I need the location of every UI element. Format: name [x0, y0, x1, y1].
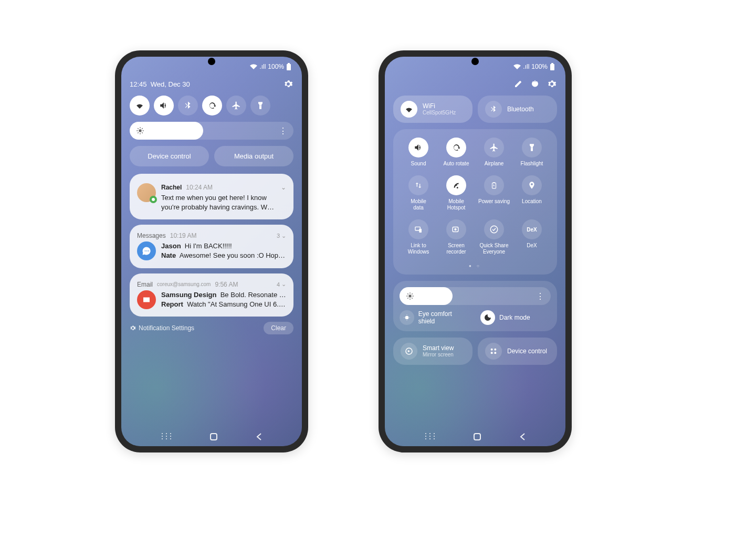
- signal-icon: .ıll: [523, 63, 529, 70]
- tile-label: Auto rotate: [444, 161, 469, 167]
- svg-rect-1: [288, 63, 290, 64]
- notification-time: 9:56 AM: [215, 281, 238, 288]
- brightness-icon: [136, 127, 144, 135]
- tile-label: Sound: [411, 161, 426, 167]
- notification-card[interactable]: Email coreux@samsung.com 9:56 AM 4 ⌄ Sam…: [130, 273, 293, 317]
- brightness-more-icon[interactable]: ⋮: [279, 126, 287, 136]
- media-output-button[interactable]: Media output: [214, 146, 293, 166]
- battery-percent: 100%: [268, 63, 284, 70]
- messages-badge-icon: [150, 196, 157, 203]
- svg-rect-6: [550, 64, 554, 70]
- sound-toggle[interactable]: [154, 96, 174, 115]
- qs-tile-auto-rotate[interactable]: Auto rotate: [439, 138, 473, 167]
- battery-icon: [550, 63, 555, 70]
- notification-count: 4 ⌄: [277, 281, 286, 288]
- wifi-icon: [513, 64, 521, 69]
- svg-point-15: [408, 294, 411, 297]
- svg-point-4: [152, 198, 155, 201]
- notification-app: Email: [137, 281, 153, 288]
- qs-tile-airplane[interactable]: Airplane: [477, 138, 511, 167]
- qs-tile-flashlight[interactable]: Flashlight: [515, 138, 549, 167]
- signal-icon: .ıll: [259, 63, 266, 70]
- svg-point-21: [494, 352, 496, 354]
- svg-point-2: [139, 129, 141, 132]
- qs-tile-link-to-windows[interactable]: Link toWindows: [402, 219, 435, 255]
- qs-tile-screen-recorder[interactable]: Screenrecorder: [439, 219, 473, 255]
- svg-point-14: [490, 226, 498, 233]
- phone-quick-settings-panel: .ıll 100% WiFiCellSpot5GHz: [379, 50, 572, 452]
- brightness-icon: [406, 292, 414, 300]
- tile-label: Link toWindows: [408, 243, 429, 255]
- qs-tile-sound[interactable]: Sound: [402, 138, 435, 167]
- email-icon: [137, 290, 156, 309]
- auto-rotate-toggle[interactable]: [202, 96, 222, 115]
- svg-rect-0: [287, 64, 291, 70]
- bluetooth-icon: [485, 101, 502, 118]
- device-control-icon: [485, 343, 502, 360]
- wifi-icon: [250, 64, 257, 69]
- notification-sender: Rachel: [161, 183, 182, 192]
- dark-mode-toggle[interactable]: Dark mode: [480, 310, 551, 325]
- smart-view-tile[interactable]: Smart viewMirror screen: [393, 338, 472, 365]
- notification-time: 10:19 AM: [170, 232, 197, 239]
- avatar: [137, 183, 156, 202]
- svg-rect-9: [493, 182, 495, 183]
- notification-settings-link[interactable]: Notification Settings: [130, 324, 194, 332]
- device-control-button[interactable]: Device control: [130, 146, 209, 166]
- tile-label: Mobiledata: [411, 198, 426, 211]
- messages-icon: [137, 241, 156, 260]
- display-panel: ⋮ Eye comfort shield Dark mode: [393, 281, 557, 331]
- power-icon[interactable]: [530, 79, 540, 89]
- tile-label: Flashlight: [521, 161, 543, 167]
- settings-icon[interactable]: [547, 79, 557, 89]
- svg-rect-11: [419, 229, 422, 233]
- device-control-tile[interactable]: Device control: [478, 338, 557, 365]
- clear-button[interactable]: Clear: [264, 322, 293, 334]
- svg-point-19: [494, 349, 496, 351]
- brightness-more-icon[interactable]: ⋮: [536, 291, 544, 301]
- qs-tile-dex[interactable]: DeXDeX: [515, 219, 549, 255]
- qs-tile-quick-share-everyone[interactable]: Quick ShareEveryone: [477, 219, 511, 255]
- edit-icon[interactable]: [513, 79, 523, 89]
- flashlight-toggle[interactable]: [250, 96, 270, 115]
- tile-icon: DeX: [522, 219, 542, 239]
- svg-point-20: [491, 352, 493, 354]
- svg-point-13: [454, 228, 457, 231]
- wifi-icon: [401, 101, 417, 118]
- airplane-toggle[interactable]: [226, 96, 246, 115]
- tile-icon: [522, 175, 542, 195]
- notification-card[interactable]: Rachel 10:24 AM ⌄ Text me when you get h…: [130, 174, 293, 219]
- expand-icon[interactable]: ⌄: [281, 183, 286, 192]
- qs-tile-mobile-data[interactable]: Mobiledata: [402, 175, 435, 211]
- qs-tile-mobile-hotspot[interactable]: MobileHotspot: [439, 175, 473, 211]
- qs-tile-location[interactable]: Location: [515, 175, 549, 211]
- brightness-slider[interactable]: ⋮: [400, 287, 551, 305]
- qs-tile-power-saving[interactable]: Power saving: [477, 175, 511, 211]
- tile-label: MobileHotspot: [447, 198, 465, 211]
- wifi-tile[interactable]: WiFiCellSpot5GHz: [393, 96, 472, 123]
- bluetooth-tile[interactable]: Bluetooth: [478, 96, 557, 123]
- camera-notch: [208, 58, 215, 65]
- tile-icon: [446, 138, 466, 157]
- notification-card[interactable]: Messages 10:19 AM 3 ⌄ Jason Hi I'm BACK!…: [130, 225, 293, 268]
- tile-icon: [408, 219, 428, 239]
- tile-label: DeX: [527, 243, 537, 249]
- battery-icon: [286, 63, 291, 70]
- eye-comfort-toggle[interactable]: Eye comfort shield: [400, 310, 470, 325]
- tile-label: Location: [522, 198, 542, 205]
- time-date: 12:45 Wed, Dec 30: [130, 80, 190, 88]
- notification-account: coreux@samsung.com: [157, 281, 211, 287]
- notification-app: Messages: [137, 232, 166, 239]
- tile-label: Airplane: [485, 161, 504, 167]
- smart-view-icon: [401, 343, 417, 360]
- status-bar: .ıll 100%: [250, 63, 291, 70]
- notification-message: Text me when you get here! I know you're…: [161, 193, 286, 212]
- settings-icon[interactable]: [283, 79, 293, 89]
- tile-icon: [408, 138, 428, 157]
- bluetooth-toggle[interactable]: [178, 96, 198, 115]
- brightness-slider[interactable]: ⋮: [130, 122, 293, 140]
- tile-label: Power saving: [478, 198, 510, 205]
- svg-point-16: [405, 316, 409, 320]
- wifi-toggle[interactable]: [130, 96, 150, 115]
- tile-icon: [484, 138, 504, 157]
